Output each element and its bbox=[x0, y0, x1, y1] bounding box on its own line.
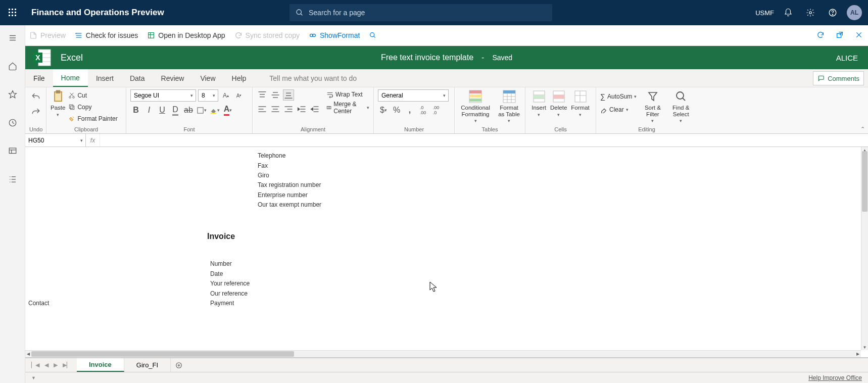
svg-point-34 bbox=[310, 34, 313, 36]
border-button[interactable] bbox=[196, 105, 207, 116]
svg-rect-5 bbox=[15, 12, 16, 13]
font-color-button[interactable]: A bbox=[222, 105, 233, 116]
wrap-text-button[interactable]: Wrap Text bbox=[326, 89, 369, 100]
app-launcher-icon[interactable] bbox=[0, 0, 25, 25]
cell-text: Enterprise number bbox=[258, 192, 308, 199]
delete-cells-button[interactable]: Delete bbox=[550, 89, 567, 117]
copy-button[interactable]: Copy bbox=[68, 102, 117, 112]
sheet-tab-invoice[interactable]: Invoice bbox=[77, 358, 124, 372]
align-left-button[interactable] bbox=[257, 104, 268, 115]
horizontal-scrollbar[interactable]: ◀▶ bbox=[25, 350, 861, 357]
formula-bar: HG50 fx bbox=[25, 134, 868, 147]
format-as-table-button[interactable]: Format as Table bbox=[497, 89, 521, 123]
home-icon[interactable] bbox=[3, 59, 23, 74]
cut-button[interactable]: Cut bbox=[68, 90, 117, 101]
insert-cells-button[interactable]: Insert bbox=[532, 89, 546, 117]
help-improve-link[interactable]: Help Improve Office bbox=[808, 374, 862, 381]
comma-button[interactable]: , bbox=[404, 105, 415, 116]
sheet-tab-giro[interactable]: Giro_FI bbox=[124, 358, 171, 372]
comments-button[interactable]: Comments bbox=[813, 71, 864, 85]
align-bottom-button[interactable] bbox=[283, 89, 294, 101]
increase-decimal-button[interactable]: .0.00 bbox=[417, 105, 428, 116]
paste-button[interactable]: Paste bbox=[51, 89, 65, 117]
format-painter-button[interactable]: Format Painter bbox=[68, 114, 117, 124]
double-underline-button[interactable]: D bbox=[170, 105, 181, 116]
cell-text: Telephone bbox=[258, 152, 285, 159]
sync-button: Sync stored copy bbox=[234, 31, 300, 39]
notifications-icon[interactable] bbox=[777, 0, 799, 25]
check-issues-button[interactable]: Check for issues bbox=[75, 31, 138, 39]
global-search[interactable]: Search for a page bbox=[290, 4, 552, 21]
group-undo-label: Undo bbox=[29, 126, 42, 133]
search-button[interactable] bbox=[369, 31, 377, 39]
merge-center-button[interactable]: Merge & Center bbox=[326, 103, 369, 113]
avatar[interactable]: AL bbox=[847, 5, 862, 20]
bold-button[interactable]: B bbox=[130, 105, 141, 116]
popout-icon[interactable] bbox=[836, 31, 844, 40]
tab-file[interactable]: File bbox=[25, 69, 53, 87]
shrink-font-button[interactable]: A▾ bbox=[233, 90, 245, 101]
align-middle-button[interactable] bbox=[270, 89, 281, 101]
name-box[interactable]: HG50 bbox=[25, 134, 86, 147]
open-desktop-button[interactable]: Open in Desktop App bbox=[147, 31, 225, 39]
tab-data[interactable]: Data bbox=[122, 69, 153, 87]
gear-icon[interactable] bbox=[799, 0, 822, 25]
collapse-ribbon-button[interactable]: ⌃ bbox=[860, 126, 865, 132]
help-icon[interactable] bbox=[822, 0, 844, 25]
svg-rect-0 bbox=[9, 9, 10, 10]
strike-button[interactable]: ab bbox=[183, 105, 194, 116]
percent-button[interactable]: % bbox=[391, 105, 402, 116]
tell-me-input[interactable]: Tell me what you want to do bbox=[269, 69, 357, 87]
svg-point-11 bbox=[809, 12, 812, 14]
cursor-icon bbox=[429, 281, 439, 293]
hamburger-icon[interactable] bbox=[3, 30, 23, 45]
refresh-icon[interactable] bbox=[816, 31, 825, 40]
workspace-icon[interactable] bbox=[3, 143, 23, 159]
decrease-decimal-button[interactable]: .00.0 bbox=[430, 105, 442, 116]
show-format-button[interactable]: ShowFormat bbox=[309, 31, 360, 39]
add-sheet-button[interactable] bbox=[171, 358, 187, 372]
underline-button[interactable]: U bbox=[157, 105, 168, 116]
decrease-indent-button[interactable] bbox=[296, 104, 307, 115]
close-icon[interactable] bbox=[855, 31, 863, 40]
tab-help[interactable]: Help bbox=[224, 69, 255, 87]
currency-button[interactable]: $ bbox=[378, 105, 389, 116]
undo-button[interactable] bbox=[30, 91, 41, 103]
sheet-nav[interactable]: ▏◀◀▶▶▏ bbox=[25, 358, 77, 372]
fill-color-button[interactable] bbox=[209, 105, 220, 116]
recent-icon[interactable] bbox=[3, 115, 23, 130]
fx-icon[interactable]: fx bbox=[86, 134, 100, 147]
modules-icon[interactable] bbox=[3, 172, 23, 187]
clear-button[interactable]: Clear bbox=[600, 105, 637, 115]
align-right-button[interactable] bbox=[283, 104, 294, 115]
align-top-button[interactable] bbox=[257, 89, 268, 101]
redo-button[interactable] bbox=[30, 107, 41, 118]
company-code[interactable]: USMF bbox=[755, 9, 774, 17]
star-icon[interactable] bbox=[3, 87, 23, 102]
grow-font-button[interactable]: A▴ bbox=[220, 90, 231, 101]
tab-view[interactable]: View bbox=[192, 69, 223, 87]
autosum-button[interactable]: ∑AutoSum bbox=[600, 91, 637, 102]
tab-insert[interactable]: Insert bbox=[88, 69, 122, 87]
number-format-select[interactable]: General bbox=[378, 89, 449, 102]
find-select-button[interactable]: Find & Select bbox=[668, 89, 693, 123]
status-menu-icon[interactable]: ▼ bbox=[31, 375, 36, 380]
font-size-select[interactable]: 8 bbox=[198, 89, 218, 102]
svg-rect-92 bbox=[469, 99, 481, 102]
tab-review[interactable]: Review bbox=[153, 69, 192, 87]
conditional-formatting-button[interactable]: Conditional Formatting bbox=[459, 89, 492, 123]
tab-home[interactable]: Home bbox=[53, 69, 88, 87]
sheet-area[interactable]: Telephone Fax Giro Tax registration numb… bbox=[25, 147, 868, 358]
sheet-grid[interactable]: Telephone Fax Giro Tax registration numb… bbox=[25, 147, 861, 350]
svg-rect-4 bbox=[12, 12, 13, 13]
svg-rect-55 bbox=[71, 106, 74, 110]
increase-indent-button[interactable] bbox=[309, 104, 320, 115]
sort-filter-button[interactable]: Sort & Filter bbox=[642, 89, 663, 123]
italic-button[interactable]: I bbox=[143, 105, 155, 116]
font-family-select[interactable]: Segoe UI bbox=[130, 89, 196, 102]
format-cells-button[interactable]: Format bbox=[571, 89, 589, 117]
excel-user[interactable]: ALICE bbox=[836, 54, 858, 62]
document-title[interactable]: Free text invoice template bbox=[381, 53, 473, 62]
vertical-scrollbar[interactable]: ▲▼ bbox=[861, 147, 868, 350]
align-center-button[interactable] bbox=[270, 104, 281, 115]
